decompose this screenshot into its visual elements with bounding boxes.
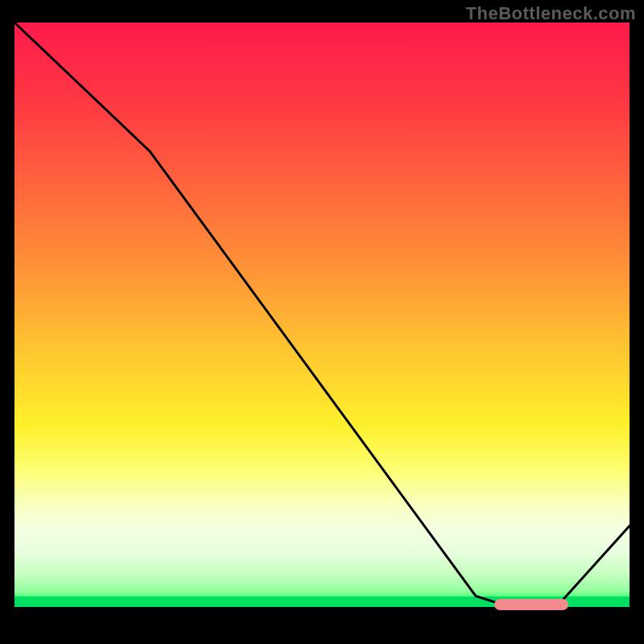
plot-area <box>14 23 630 630</box>
watermark-text: TheBottleneck.com <box>466 3 636 24</box>
bottleneck-curve <box>14 23 630 608</box>
optimal-range-marker <box>494 599 568 610</box>
chart-container: TheBottleneck.com <box>0 0 644 644</box>
curve-layer <box>14 23 630 608</box>
